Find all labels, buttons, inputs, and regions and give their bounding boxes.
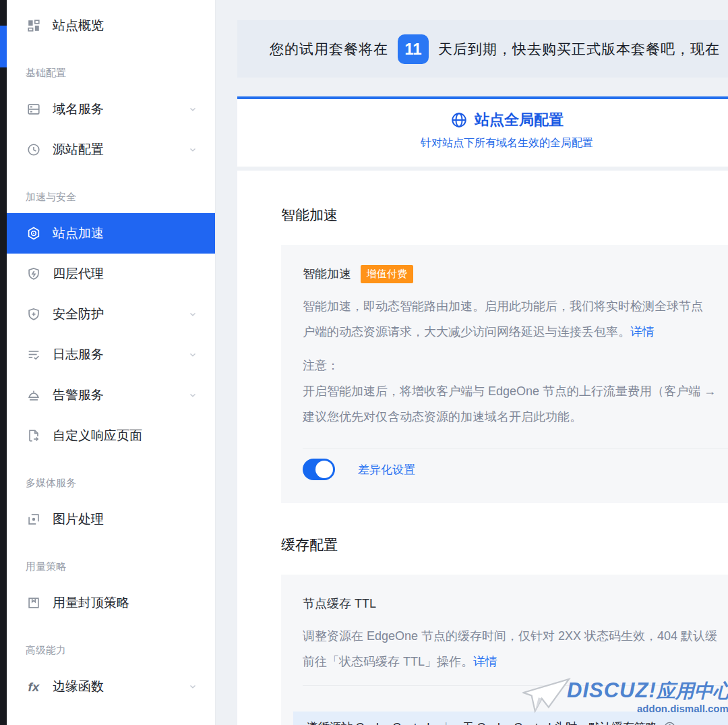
node-cache-ttl-card: 节点缓存 TTL 调整资源在 EdgeOne 节点的缓存时间，仅针对 2XX 状… — [281, 575, 728, 725]
sidebar-item-label: 域名服务 — [53, 100, 104, 118]
chevron-down-icon — [188, 682, 198, 691]
sidebar-group-accel-security: 加速与安全 — [7, 181, 215, 213]
section-title-smart-acceleration: 智能加速 — [281, 206, 728, 225]
custom-response-page-icon — [26, 428, 42, 444]
cache-policy-left: 遵循源站 Cache-Control — [307, 720, 429, 725]
global-config-header-card: 站点全局配置 针对站点下所有域名生效的全局配置 — [237, 96, 728, 167]
global-config-content-card: 智能加速 智能加速 增值付费 智能加速，即动态智能路由加速。启用此功能后，我们将… — [237, 171, 728, 725]
note-title: 注意： — [303, 353, 728, 378]
differentiated-settings-link[interactable]: 差异化设置 — [358, 462, 415, 477]
sidebar-item-log-service[interactable]: 日志服务 — [7, 335, 215, 375]
security-shield-icon — [26, 306, 42, 322]
sidebar-item-site-overview[interactable]: 站点概览 — [7, 5, 215, 46]
sidebar-item-l4-proxy[interactable]: 四层代理 — [7, 254, 215, 294]
description-line: 户端的动态资源请求，大大减少访问网络延迟与连接丢包率。详情 — [303, 319, 728, 345]
page-title: 站点全局配置 — [475, 110, 564, 130]
banner-text-before: 您的试用套餐将在 — [270, 40, 388, 59]
origin-config-icon — [26, 142, 42, 158]
smart-acceleration-description: 智能加速，即动态智能路由加速。启用此功能后，我们将实时检测全球节点 户端的动态资… — [303, 293, 728, 345]
sidebar-item-label: 自定义响应页面 — [53, 427, 142, 444]
sidebar-item-site-acceleration[interactable]: 站点加速 — [7, 213, 215, 254]
toggle-knob — [315, 461, 333, 478]
days-remaining-badge: 11 — [398, 34, 429, 64]
sidebar-item-label: 图片处理 — [53, 511, 104, 528]
smart-accel-details-link[interactable]: 详情 — [630, 325, 655, 339]
site-acceleration-icon — [26, 225, 42, 241]
node-cache-ttl-description: 调整资源在 EdgeOne 节点的缓存时间，仅针对 2XX 状态码生效，404 … — [303, 623, 728, 674]
domain-service-icon — [26, 101, 42, 117]
globe-icon — [450, 111, 468, 129]
sidebar-item-label: 日志服务 — [53, 346, 104, 364]
chevron-down-icon — [188, 145, 198, 154]
sidebar-item-origin-config[interactable]: 源站配置 — [7, 129, 215, 170]
card-divider — [303, 448, 728, 449]
sidebar-item-label: 站点概览 — [53, 17, 104, 34]
chevron-down-icon — [188, 350, 198, 359]
description-line: 调整资源在 EdgeOne 节点的缓存时间，仅针对 2XX 状态码生效，404 … — [303, 623, 728, 649]
smart-acceleration-toggle-row: 差异化设置 — [303, 459, 728, 480]
usage-cap-icon — [26, 595, 42, 611]
cache-ttl-details-link[interactable]: 详情 — [473, 655, 497, 668]
sidebar-item-label: 用量封顶策略 — [53, 594, 129, 612]
sidebar-item-label: 边缘函数 — [53, 678, 104, 695]
cache-policy-right: 无 Cache-Control 头时：默认缓存策略 — [462, 720, 657, 725]
sidebar-group-usage-policy: 用量策略 — [7, 550, 215, 583]
note-line: 开启智能加速后，将增收客户端与 EdgeOne 节点的上行流量费用（客户端 → — [303, 378, 728, 404]
image-processing-icon — [26, 511, 42, 527]
sidebar-item-label: 四层代理 — [53, 265, 104, 283]
note-line: 建议您优先对仅含动态资源的加速域名开启此功能。 — [303, 404, 728, 430]
sidebar-item-image-processing[interactable]: 图片处理 — [7, 499, 215, 540]
dashboard-icon — [26, 18, 42, 34]
rail-active-indicator — [0, 26, 7, 67]
sidebar-item-label: 站点加速 — [53, 225, 104, 242]
sidebar-item-alarm-service[interactable]: 告警服务 — [7, 375, 215, 415]
sidebar-group-basic-config: 基础配置 — [7, 57, 215, 89]
cache-control-policy-row[interactable]: 遵循源站 Cache-Control ｜ 无 Cache-Control 头时：… — [293, 712, 728, 725]
section-title-cache-config: 缓存配置 — [281, 535, 728, 554]
description-line: 前往「状态码缓存 TTL」操作。详情 — [303, 649, 728, 674]
chevron-down-icon — [188, 390, 198, 400]
l4-proxy-icon — [26, 266, 42, 282]
smart-acceleration-note: 注意： 开启智能加速后，将增收客户端与 EdgeOne 节点的上行流量费用（客户… — [303, 353, 728, 430]
sidebar-item-custom-response-page[interactable]: 自定义响应页面 — [7, 415, 215, 456]
chevron-down-icon — [188, 105, 198, 114]
sidebar-item-domain-service[interactable]: 域名服务 — [7, 89, 215, 129]
trial-banner: 您的试用套餐将在 11 天后到期，快去购买正式版本套餐吧，现在 — [237, 20, 728, 78]
sidebar: 站点概览 基础配置 域名服务 源站配置 — [7, 0, 216, 725]
sidebar-group-multimedia: 多媒体服务 — [7, 467, 215, 499]
smart-acceleration-card-title-row: 智能加速 增值付费 — [303, 264, 728, 284]
sidebar-item-label: 告警服务 — [53, 386, 104, 404]
sidebar-group-advanced: 高级能力 — [7, 634, 215, 666]
card-title: 节点缓存 TTL — [303, 596, 376, 612]
sidebar-item-label: 源站配置 — [53, 141, 104, 158]
alarm-icon — [26, 387, 42, 403]
card-divider — [303, 685, 728, 686]
sidebar-item-security-protection[interactable]: 安全防护 — [7, 294, 215, 335]
banner-text-after: 天后到期，快去购买正式版本套餐吧，现在 — [438, 40, 720, 59]
sidebar-item-label: 安全防护 — [53, 306, 104, 323]
card-title: 智能加速 — [303, 266, 351, 282]
log-service-icon — [26, 347, 42, 363]
smart-acceleration-card: 智能加速 增值付费 智能加速，即动态智能路由加速。启用此功能后，我们将实时检测全… — [281, 245, 728, 503]
cache-policy-separator: ｜ — [440, 720, 452, 725]
description-line: 智能加速，即动态智能路由加速。启用此功能后，我们将实时检测全球节点 — [303, 293, 728, 319]
sidebar-item-usage-cap-policy[interactable]: 用量封顶策略 — [7, 583, 215, 623]
info-icon[interactable] — [663, 721, 676, 725]
node-cache-ttl-title-row: 节点缓存 TTL — [303, 593, 728, 614]
global-config-title-row: 站点全局配置 — [237, 110, 728, 130]
collapsed-nav-rail — [0, 0, 7, 725]
page-subtitle: 针对站点下所有域名生效的全局配置 — [237, 136, 728, 150]
sidebar-item-edge-function[interactable]: fx 边缘函数 — [7, 666, 215, 707]
paid-addon-badge: 增值付费 — [361, 265, 413, 283]
smart-acceleration-toggle[interactable] — [303, 459, 335, 480]
chevron-down-icon — [188, 310, 198, 319]
edge-function-icon: fx — [26, 678, 42, 695]
